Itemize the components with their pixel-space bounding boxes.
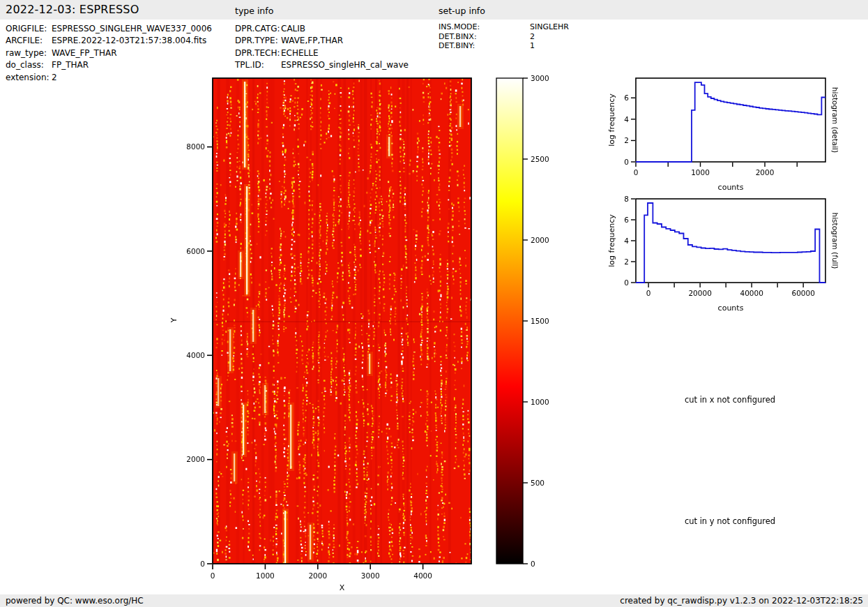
hist-detail-y-axis-label: log frequency <box>607 93 616 146</box>
svg-text:2: 2 <box>624 257 629 266</box>
file-info-value: ESPRESSO_SINGLEHR_WAVE337_0006 <box>52 24 212 33</box>
file-info-label: ARCFILE: <box>6 35 52 47</box>
type-info-label: DPR.CATG: <box>235 23 281 35</box>
file-info-row: extension:2 <box>6 72 212 84</box>
svg-text:0: 0 <box>624 278 629 287</box>
cut-y-message: cut in y not configured <box>685 516 775 526</box>
type-info-row: DPR.CATG:CALIB <box>235 23 409 35</box>
svg-text:4000: 4000 <box>186 351 205 359</box>
hist-full-y-axis-label: log frequency <box>607 214 616 267</box>
file-info-row: do_class:FP_THAR <box>6 59 212 71</box>
svg-text:2500: 2500 <box>531 155 549 163</box>
svg-text:0: 0 <box>211 571 215 580</box>
svg-text:6: 6 <box>624 216 629 224</box>
svg-text:0: 0 <box>624 158 629 166</box>
type-info-row: TPL.ID:ESPRESSO_singleHR_cal_wave <box>235 59 409 71</box>
hist-detail-x-axis-label: counts <box>718 183 744 192</box>
svg-text:1500: 1500 <box>531 317 549 325</box>
svg-text:2000: 2000 <box>186 455 205 463</box>
file-info-value: ESPRE.2022-12-03T21:57:38.004.fits <box>52 36 206 45</box>
svg-text:8000: 8000 <box>186 142 205 151</box>
svg-text:1000: 1000 <box>691 168 710 177</box>
file-info-value: 2 <box>52 73 57 82</box>
svg-text:0: 0 <box>634 168 639 177</box>
hist-full-right-label: histogram (full) <box>831 213 839 269</box>
svg-text:8: 8 <box>624 195 629 203</box>
svg-text:2000: 2000 <box>308 571 327 580</box>
file-info-value: FP_THAR <box>52 60 89 70</box>
file-info-label: extension: <box>6 72 52 84</box>
setup-info-label: DET.BINY: <box>439 41 530 51</box>
file-info-label: ORIGFILE: <box>6 23 52 35</box>
svg-text:4000: 4000 <box>413 571 432 580</box>
setup-info-section-title: set-up info <box>439 6 485 16</box>
file-info-row: raw_type:WAVE_FP_THAR <box>6 47 212 59</box>
type-info-value: ECHELLE <box>281 48 319 58</box>
footer-right-text: created by qc_rawdisp.py v1.2.3 on 2022-… <box>620 596 863 606</box>
file-info-label: raw_type: <box>6 47 52 59</box>
svg-text:60000: 60000 <box>791 289 814 297</box>
svg-text:4: 4 <box>624 115 629 123</box>
type-info-label: DPR.TECH: <box>235 47 281 59</box>
setup-info-label: INS.MODE: <box>439 22 530 32</box>
file-info-row: ORIGFILE:ESPRESSO_SINGLEHR_WAVE337_0006 <box>6 23 212 35</box>
svg-text:2000: 2000 <box>531 236 549 244</box>
raw-image-heatmap <box>213 78 471 564</box>
svg-text:20000: 20000 <box>688 289 711 297</box>
setup-info-value: 2 <box>530 32 535 41</box>
svg-text:2: 2 <box>624 136 629 144</box>
svg-text:1000: 1000 <box>531 398 549 406</box>
file-info-block: ORIGFILE:ESPRESSO_SINGLEHR_WAVE337_0006 … <box>6 23 212 84</box>
type-info-value: ESPRESSO_singleHR_cal_wave <box>281 60 409 70</box>
file-info-label: do_class: <box>6 59 52 71</box>
svg-text:0: 0 <box>646 289 651 297</box>
type-info-value: WAVE,FP,THAR <box>281 36 343 45</box>
colorbar <box>496 78 523 564</box>
setup-info-row: INS.MODE:SINGLEHR <box>439 22 569 32</box>
svg-text:3000: 3000 <box>361 571 380 580</box>
svg-text:500: 500 <box>531 479 545 487</box>
type-info-row: DPR.TYPE:WAVE,FP,THAR <box>235 35 409 47</box>
svg-text:6000: 6000 <box>186 247 205 255</box>
cut-x-message: cut in x not configured <box>685 395 775 405</box>
setup-info-value: 1 <box>530 41 535 50</box>
svg-text:6: 6 <box>624 93 629 102</box>
footer-left-text: powered by QC: www.eso.org/HC <box>6 596 144 606</box>
footer-bar: powered by QC: www.eso.org/HC created by… <box>0 594 868 607</box>
hist-full-x-axis-label: counts <box>718 304 744 313</box>
file-info-value: WAVE_FP_THAR <box>52 48 116 58</box>
svg-text:40000: 40000 <box>740 289 763 297</box>
qc-report-page: 2022-12-03: ESPRESSO type info set-up in… <box>0 0 868 607</box>
type-info-row: DPR.TECH:ECHELLE <box>235 47 409 59</box>
svg-text:2000: 2000 <box>756 168 775 177</box>
type-info-block: DPR.CATG:CALIB DPR.TYPE:WAVE,FP,THAR DPR… <box>235 23 409 72</box>
page-title: 2022-12-03: ESPRESSO <box>6 3 139 16</box>
file-info-row: ARCFILE:ESPRE.2022-12-03T21:57:38.004.fi… <box>6 35 212 47</box>
type-info-label: DPR.TYPE: <box>235 35 281 47</box>
setup-info-row: DET.BINX:2 <box>439 32 569 42</box>
setup-info-value: SINGLEHR <box>530 22 569 31</box>
svg-text:0: 0 <box>531 560 535 568</box>
svg-text:1000: 1000 <box>256 571 275 580</box>
setup-info-block: INS.MODE:SINGLEHR DET.BINX:2 DET.BINY:1 <box>439 22 569 51</box>
image-y-axis-label: Y <box>169 318 178 323</box>
image-x-axis-label: X <box>213 583 471 592</box>
svg-text:4: 4 <box>624 237 629 245</box>
svg-text:3000: 3000 <box>531 74 549 82</box>
hist-detail-right-label: histogram (detail) <box>831 87 839 153</box>
svg-text:0: 0 <box>200 560 205 568</box>
setup-info-row: DET.BINY:1 <box>439 41 569 51</box>
setup-info-label: DET.BINX: <box>439 32 530 42</box>
type-info-section-title: type info <box>235 6 273 16</box>
type-info-value: CALIB <box>281 24 305 33</box>
type-info-label: TPL.ID: <box>235 59 281 71</box>
